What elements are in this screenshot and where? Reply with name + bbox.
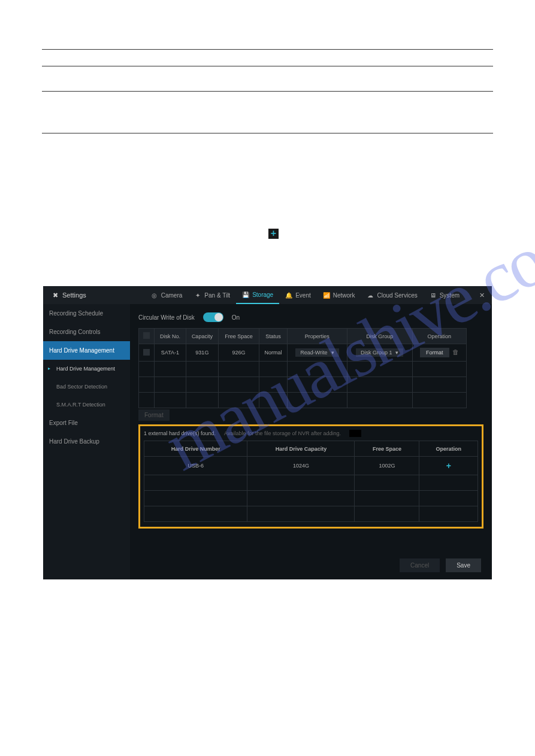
disk-row-empty: [139, 362, 467, 377]
tab-label: Camera: [161, 292, 183, 299]
col-hdd-number: Hard Drive Number: [144, 441, 247, 457]
chevron-down-icon: ▾: [395, 350, 398, 356]
col-properties: Properties: [287, 329, 347, 344]
disk-table: Disk No. Capacity Free Space Status Prop…: [138, 328, 467, 408]
tab-label: Network: [333, 292, 355, 299]
tab-label: Event: [295, 292, 311, 299]
settings-title: ✖ Settings: [47, 292, 91, 299]
close-button[interactable]: ✕: [475, 289, 488, 302]
storage-icon: 💾: [242, 292, 249, 298]
divider: [42, 91, 493, 92]
tab-label: System: [440, 292, 460, 299]
cancel-button[interactable]: Cancel: [400, 558, 440, 572]
external-table: Hard Drive Number Hard Drive Capacity Fr…: [144, 441, 478, 522]
col-status: Status: [259, 329, 288, 344]
col-hdd-capacity: Hard Drive Capacity: [247, 441, 355, 457]
tab-bar: ◎ Camera ✦ Pan & Tilt 💾 Storage 🔔 Event …: [145, 286, 466, 304]
save-button[interactable]: Save: [446, 558, 481, 572]
system-icon: 🖥: [430, 292, 437, 299]
format-button[interactable]: Format: [420, 348, 449, 357]
properties-value: Read-Write: [300, 350, 327, 356]
trash-icon[interactable]: 🗑: [452, 348, 459, 356]
circular-write-label: Circular Write of Disk: [138, 314, 195, 321]
tab-label: Storage: [252, 292, 273, 298]
sidebar-item-recording-schedule[interactable]: Recording Schedule: [43, 304, 130, 323]
topbar: ✖ Settings ◎ Camera ✦ Pan & Tilt 💾 Stora…: [43, 286, 492, 304]
col-disk-no: Disk No.: [155, 329, 186, 344]
sidebar-sub-smart[interactable]: S.M.A.R.T Detection: [43, 396, 130, 414]
tools-icon: ✖: [52, 292, 59, 299]
disk-table-header: Disk No. Capacity Free Space Status Prop…: [139, 329, 467, 344]
sidebar: Recording Schedule Recording Controls Ha…: [43, 304, 130, 579]
cloud-icon: ☁: [367, 292, 374, 299]
sidebar-item-export-file[interactable]: Export File: [43, 414, 130, 432]
add-drive-button[interactable]: +: [446, 461, 451, 470]
external-found-text: 1 external hard drive(s) found.: [144, 430, 216, 436]
footer-buttons: Cancel Save: [400, 558, 481, 572]
circular-write-toggle[interactable]: [203, 312, 223, 322]
cell-disk-no: SATA-1: [155, 344, 186, 362]
cell-free: 926G: [218, 344, 259, 362]
network-icon: 📶: [323, 292, 330, 299]
tab-network[interactable]: 📶 Network: [317, 286, 361, 304]
external-note-text: Available for the file storage of NVR af…: [224, 430, 341, 436]
row-checkbox[interactable]: [143, 349, 150, 356]
sidebar-item-recording-controls[interactable]: Recording Controls: [43, 323, 130, 341]
tab-storage[interactable]: 💾 Storage: [236, 286, 279, 304]
external-drives-header: 1 external hard drive(s) found. Availabl…: [144, 430, 478, 437]
plus-icon: +: [268, 229, 279, 239]
cell-free-space: 1002G: [355, 457, 419, 475]
tab-label: Pan & Tilt: [204, 292, 230, 299]
properties-select[interactable]: Read-Write ▾: [295, 348, 338, 357]
disk-group-select[interactable]: Disk Group 1 ▾: [356, 348, 404, 357]
sidebar-sub-bad-sector[interactable]: Bad Sector Detection: [43, 378, 130, 396]
cell-status: Normal: [259, 344, 288, 362]
tab-pan-tilt[interactable]: ✦ Pan & Tilt: [188, 286, 236, 304]
camera-icon: ◎: [151, 292, 158, 299]
external-row: USB-6 1024G 1002G +: [144, 457, 478, 475]
divider: [42, 49, 493, 50]
disk-row: SATA-1 931G 926G Normal Read-Write ▾ Dis…: [139, 344, 467, 362]
cell-hdd-number: USB-6: [144, 457, 247, 475]
external-row-empty: [144, 491, 478, 506]
disk-row-empty: [139, 377, 467, 393]
content-pane: Circular Write of Disk On Disk No. Capac…: [130, 304, 492, 579]
divider: [42, 66, 493, 66]
sidebar-item-hdd-backup[interactable]: Hard Drive Backup: [43, 432, 130, 451]
external-row-empty: [144, 475, 478, 491]
col-disk-group: Disk Group: [347, 329, 412, 344]
external-drives-section: 1 external hard drive(s) found. Availabl…: [138, 424, 483, 529]
main-area: Recording Schedule Recording Controls Ha…: [43, 304, 492, 579]
cell-capacity: 931G: [186, 344, 218, 362]
divider: [42, 133, 493, 133]
col-capacity: Capacity: [186, 329, 218, 344]
event-icon: 🔔: [285, 292, 292, 299]
close-icon: ✕: [479, 292, 485, 299]
disk-group-value: Disk Group 1: [361, 350, 392, 356]
col-free-space: Free Space: [218, 329, 259, 344]
format-all-button[interactable]: Format: [138, 409, 170, 421]
external-table-header: Hard Drive Number Hard Drive Capacity Fr…: [144, 441, 478, 457]
disk-row-empty: [139, 393, 467, 408]
tab-system[interactable]: 🖥 System: [424, 286, 466, 304]
settings-window: ✖ Settings ◎ Camera ✦ Pan & Tilt 💾 Stora…: [43, 286, 492, 579]
tab-cloud[interactable]: ☁ Cloud Services: [361, 286, 423, 304]
circular-write-state: On: [232, 314, 240, 321]
tab-event[interactable]: 🔔 Event: [279, 286, 317, 304]
select-all-checkbox[interactable]: [143, 332, 150, 339]
sidebar-sub-hdd-management[interactable]: Hard Drive Management: [43, 360, 130, 378]
circular-write-row: Circular Write of Disk On: [138, 312, 483, 322]
pantilt-icon: ✦: [194, 292, 201, 299]
col-operation: Operation: [419, 441, 478, 457]
col-operation: Operation: [412, 329, 466, 344]
chevron-down-icon: ▾: [331, 350, 334, 356]
sidebar-item-hdd-management[interactable]: Hard Drive Management: [43, 341, 130, 360]
col-free-space: Free Space: [355, 441, 419, 457]
tab-camera[interactable]: ◎ Camera: [145, 286, 189, 304]
cell-hdd-capacity: 1024G: [247, 457, 355, 475]
tab-label: Cloud Services: [377, 292, 417, 299]
external-row-empty: [144, 506, 478, 522]
settings-title-text: Settings: [62, 292, 86, 299]
dark-square-icon: [349, 430, 361, 437]
